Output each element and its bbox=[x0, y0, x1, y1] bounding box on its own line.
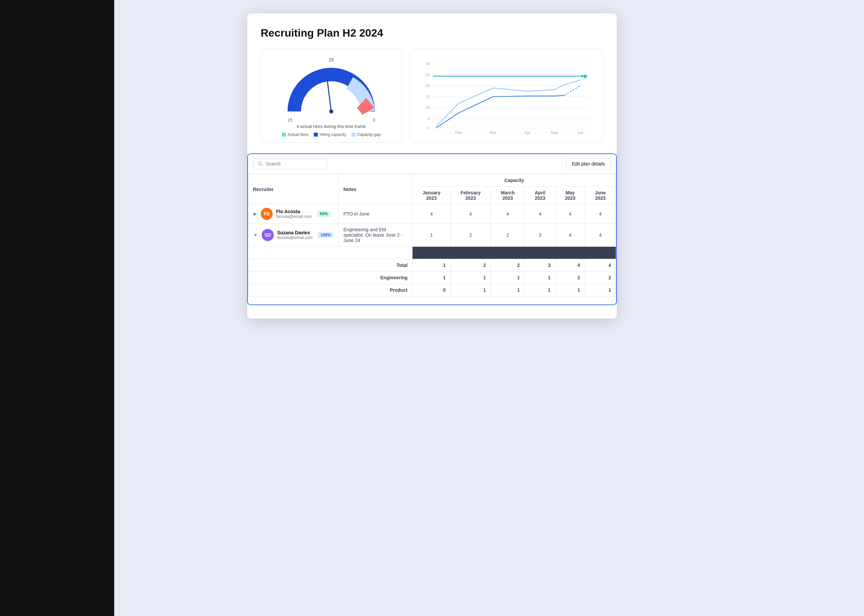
assignment-row-total: Total 1 2 2 3 4 4 bbox=[248, 259, 616, 272]
col-feb: February 2023 bbox=[451, 187, 491, 204]
gauge-legend: Actual hires Hiring capacity Capacity ga… bbox=[282, 132, 381, 137]
gauge-top-value: 25 bbox=[328, 57, 334, 63]
cap-flo-jan: 4 bbox=[413, 204, 451, 223]
search-input[interactable] bbox=[266, 161, 323, 167]
cap-flo-jun: 4 bbox=[585, 204, 616, 223]
table-toolbar: Edit plan details bbox=[248, 154, 616, 174]
avatar-flo: FA bbox=[261, 208, 273, 220]
legend-label-gap: Capacity gap bbox=[357, 132, 381, 137]
capacity-header: Capacity bbox=[413, 174, 616, 187]
recruiter-info-flo: Flo Acosta facosta@email.com bbox=[276, 209, 312, 219]
line-chart-card: 30 25 20 15 10 5 0 Feb Mar Apr May Jun bbox=[410, 49, 603, 143]
svg-line-25 bbox=[261, 165, 262, 166]
legend-label-actual: Actual hires bbox=[287, 132, 309, 137]
col-header-notes: Notes bbox=[339, 174, 413, 204]
assignment-label-engineering: Engineering bbox=[248, 272, 413, 284]
legend-capacity: Hiring capacity bbox=[314, 132, 346, 137]
recruiter-cell-suzana: ▼ SD Suzana Davies facosta@email.com 100… bbox=[248, 223, 339, 247]
edit-plan-button[interactable]: Edit plan details bbox=[566, 158, 611, 170]
assign-total-mar: 2 bbox=[491, 259, 525, 272]
recruiter-email-flo: facosta@email.com bbox=[276, 214, 312, 219]
recruiter-info-suzana: Suzana Davies facosta@email.com bbox=[277, 230, 313, 240]
assign-prod-feb: 1 bbox=[451, 284, 491, 296]
svg-text:25: 25 bbox=[425, 73, 430, 77]
assignments-header: Assignments bbox=[413, 247, 616, 259]
gauge-max: 3 bbox=[372, 118, 375, 123]
assign-prod-jun: 1 bbox=[585, 284, 616, 296]
col-mar: March 2023 bbox=[491, 187, 525, 204]
svg-text:5: 5 bbox=[427, 116, 430, 121]
col-header-recruiter: Recruiter bbox=[248, 174, 339, 204]
cap-flo-may: 4 bbox=[556, 204, 585, 223]
col-may: May 2023 bbox=[556, 187, 585, 204]
main-card: Recruiting Plan H2 2024 25 bbox=[247, 13, 617, 319]
table-row: ▶ FA Flo Acosta facosta@email.com 50% PT… bbox=[248, 204, 616, 223]
assignment-label-product: Product bbox=[248, 284, 413, 296]
assignment-row-engineering: Engineering 1 1 1 1 2 2 bbox=[248, 272, 616, 284]
cap-suzana-feb: 2 bbox=[451, 223, 491, 247]
search-box[interactable] bbox=[253, 159, 327, 169]
gauge-subtitle: 4 actual hires during this time frame bbox=[296, 124, 366, 129]
badge-flo: 50% bbox=[317, 211, 331, 217]
col-jan: January 2023 bbox=[413, 187, 451, 204]
assign-prod-apr: 1 bbox=[525, 284, 556, 296]
table-row: ▼ SD Suzana Davies facosta@email.com 100… bbox=[248, 223, 616, 247]
assign-total-may: 4 bbox=[556, 259, 585, 272]
assign-eng-may: 2 bbox=[556, 272, 585, 284]
svg-text:20: 20 bbox=[425, 83, 430, 88]
cap-suzana-may: 4 bbox=[556, 223, 585, 247]
recruiter-name-suzana: Suzana Davies bbox=[277, 230, 313, 235]
cap-flo-apr: 4 bbox=[525, 204, 556, 223]
data-table: Recruiter Notes Capacity January 2023 Fe… bbox=[248, 174, 616, 296]
gauge-container bbox=[287, 64, 375, 115]
assign-total-apr: 3 bbox=[525, 259, 556, 272]
chevron-down-icon[interactable]: ▼ bbox=[253, 232, 258, 238]
legend-dot-actual bbox=[282, 133, 286, 137]
svg-text:Jun: Jun bbox=[577, 130, 583, 135]
svg-text:Apr: Apr bbox=[525, 130, 531, 135]
cap-flo-mar: 4 bbox=[491, 204, 525, 223]
notes-flo: PTO in June bbox=[339, 204, 413, 223]
assign-total-feb: 2 bbox=[451, 259, 491, 272]
assign-eng-jan: 1 bbox=[413, 272, 451, 284]
assign-total-jan: 1 bbox=[413, 259, 451, 272]
svg-text:Feb: Feb bbox=[455, 130, 462, 135]
assign-eng-feb: 1 bbox=[451, 272, 491, 284]
assignment-label-total: Total bbox=[248, 259, 413, 272]
gauge-min: 15 bbox=[287, 118, 292, 123]
legend-dot-capacity bbox=[314, 133, 318, 137]
cap-suzana-apr: 3 bbox=[525, 223, 556, 247]
col-jun: June 2023 bbox=[585, 187, 616, 204]
cap-suzana-mar: 2 bbox=[491, 223, 525, 247]
recruiter-email-suzana: facosta@email.com bbox=[277, 235, 313, 240]
cap-suzana-jun: 4 bbox=[585, 223, 616, 247]
col-apr: April 2023 bbox=[525, 187, 556, 204]
svg-line-0 bbox=[327, 80, 331, 112]
chevron-right-icon[interactable]: ▶ bbox=[253, 211, 257, 217]
gauge-svg bbox=[287, 64, 375, 115]
legend-label-capacity: Hiring capacity bbox=[320, 132, 346, 137]
svg-text:May: May bbox=[551, 130, 558, 135]
cap-flo-feb: 4 bbox=[451, 204, 491, 223]
badge-suzana: 100% bbox=[318, 232, 334, 238]
assign-eng-apr: 1 bbox=[525, 272, 556, 284]
svg-text:0: 0 bbox=[427, 126, 430, 130]
notes-suzana: Engineering and EM specialist. On leave … bbox=[339, 223, 413, 247]
cap-suzana-jan: 1 bbox=[413, 223, 451, 247]
charts-row: 25 15 3 4 actual hires bbox=[261, 49, 603, 143]
svg-marker-18 bbox=[581, 75, 583, 77]
page-title: Recruiting Plan H2 2024 bbox=[261, 27, 603, 39]
recruiter-name-flo: Flo Acosta bbox=[276, 209, 312, 214]
assignments-header-row: Assignments bbox=[248, 247, 616, 259]
svg-point-1 bbox=[329, 110, 333, 113]
recruiter-cell-flo: ▶ FA Flo Acosta facosta@email.com 50% bbox=[248, 204, 339, 223]
legend-gap: Capacity gap bbox=[352, 132, 381, 137]
assign-eng-jun: 2 bbox=[585, 272, 616, 284]
svg-text:30: 30 bbox=[425, 62, 430, 66]
assignment-row-product: Product 0 1 1 1 1 1 bbox=[248, 284, 616, 296]
assign-total-jun: 4 bbox=[585, 259, 616, 272]
assign-eng-mar: 1 bbox=[491, 272, 525, 284]
assign-prod-may: 1 bbox=[556, 284, 585, 296]
table-panel: Edit plan details Recruiter Notes Capaci… bbox=[247, 153, 617, 305]
assign-prod-jan: 0 bbox=[413, 284, 451, 296]
